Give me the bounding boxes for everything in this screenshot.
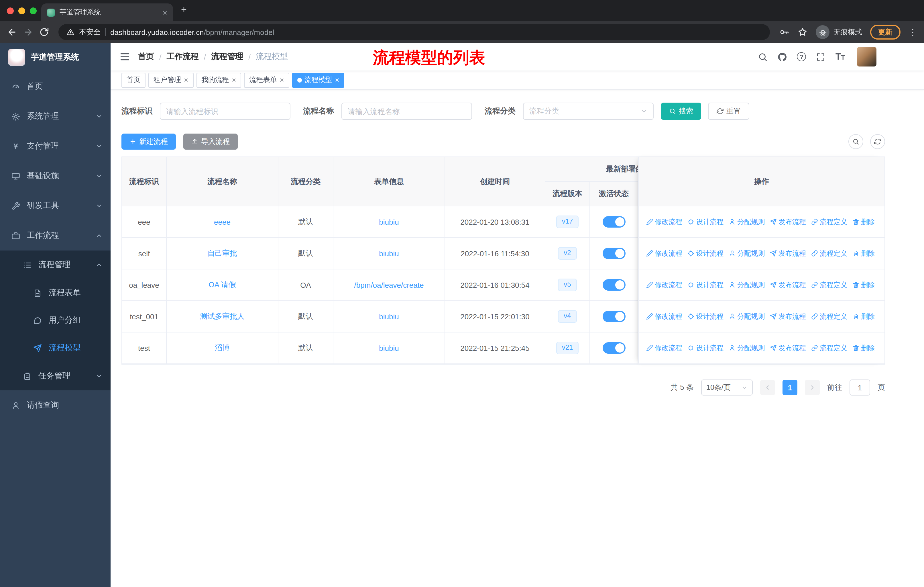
action-link-link[interactable]: 流程定义 [811,280,847,290]
action-trash-link[interactable]: 删除 [852,248,875,258]
action-user-link[interactable]: 分配规则 [729,248,765,258]
page-number-button[interactable]: 1 [782,380,797,395]
page-size-select[interactable]: 10条/页 [701,379,753,395]
sidebar-item-user-group[interactable]: 用户分组 [0,307,111,334]
action-user-link[interactable]: 分配规则 [729,343,765,353]
breadcrumb-process-mgmt[interactable]: 流程管理 [211,51,243,62]
font-size-icon[interactable]: TT [835,52,845,61]
category-select[interactable]: 流程分类 [523,103,653,120]
action-edit-link[interactable]: 修改流程 [646,217,682,227]
window-zoom-button[interactable] [30,7,37,14]
bookmark-star-icon[interactable] [797,27,808,37]
action-user-link[interactable]: 分配规则 [729,312,765,321]
action-design-link[interactable]: 设计流程 [687,312,723,321]
tab-close-icon[interactable]: × [163,8,167,17]
process-name-link[interactable]: eeee [214,218,231,226]
sidebar-item-process-form[interactable]: 流程表单 [0,279,111,307]
tag-close-icon[interactable]: × [335,76,340,84]
reload-icon[interactable] [39,27,49,37]
action-design-link[interactable]: 设计流程 [687,248,723,258]
hamburger-icon[interactable] [120,51,130,62]
process-name-link[interactable]: 滔博 [215,343,230,353]
active-toggle[interactable] [602,311,625,322]
action-design-link[interactable]: 设计流程 [687,343,723,353]
action-edit-link[interactable]: 修改流程 [646,343,682,353]
sidebar-item-devtools[interactable]: 研发工具 [0,191,111,221]
hide-search-button[interactable] [848,134,863,149]
action-trash-link[interactable]: 删除 [852,217,875,227]
window-minimize-button[interactable] [18,7,25,14]
sidebar-item-task-mgmt[interactable]: 任务管理 [0,362,111,390]
action-trash-link[interactable]: 删除 [852,343,875,353]
action-link-link[interactable]: 流程定义 [811,248,847,258]
refresh-table-button[interactable] [870,134,885,149]
tag-my-process[interactable]: 我的流程× [196,73,241,88]
search-icon[interactable] [758,52,768,62]
form-info-link[interactable]: biubiu [379,312,399,321]
sidebar-item-process-mgmt[interactable]: 流程管理 [0,251,111,279]
browser-update-button[interactable]: 更新 [870,25,901,40]
form-info-link[interactable]: biubiu [379,218,399,226]
process-name-link[interactable]: OA 请假 [208,280,236,290]
reset-button[interactable]: 重置 [708,103,749,120]
action-send-link[interactable]: 发布流程 [770,312,806,321]
active-toggle[interactable] [602,248,625,259]
action-link-link[interactable]: 流程定义 [811,312,847,321]
tag-close-icon[interactable]: × [184,76,188,84]
browser-menu-icon[interactable]: ⋮ [909,27,917,37]
action-edit-link[interactable]: 修改流程 [646,248,682,258]
active-toggle[interactable] [602,342,625,354]
action-user-link[interactable]: 分配规则 [729,217,765,227]
tag-tenant-mgmt[interactable]: 租户管理× [148,73,193,88]
action-send-link[interactable]: 发布流程 [770,280,806,290]
sidebar-item-workflow[interactable]: 工作流程 [0,221,111,251]
import-process-button[interactable]: 导入流程 [183,134,238,150]
tag-process-form[interactable]: 流程表单× [244,73,289,88]
action-link-link[interactable]: 流程定义 [811,217,847,227]
action-trash-link[interactable]: 删除 [852,280,875,290]
tag-process-model[interactable]: 流程模型× [292,73,345,88]
action-edit-link[interactable]: 修改流程 [646,280,682,290]
next-page-button[interactable] [805,380,820,395]
app-logo[interactable]: 芋道管理系统 [0,43,111,72]
incognito-indicator[interactable]: 无痕模式 [816,25,862,39]
action-send-link[interactable]: 发布流程 [770,343,806,353]
action-design-link[interactable]: 设计流程 [687,217,723,227]
sidebar-item-system[interactable]: 系统管理 [0,101,111,131]
tag-close-icon[interactable]: × [280,76,284,84]
action-send-link[interactable]: 发布流程 [770,248,806,258]
breadcrumb-workflow[interactable]: 工作流程 [167,51,199,62]
github-icon[interactable] [778,52,787,62]
breadcrumb-home[interactable]: 首页 [138,51,154,62]
form-info-link[interactable]: /bpm/oa/leave/create [354,281,424,289]
action-link-link[interactable]: 流程定义 [811,343,847,353]
process-name-input[interactable] [342,103,472,120]
form-info-link[interactable]: biubiu [379,344,399,352]
action-user-link[interactable]: 分配规则 [729,280,765,290]
password-key-icon[interactable] [779,27,789,37]
search-button[interactable]: 搜索 [661,103,701,120]
tag-close-icon[interactable]: × [232,76,236,84]
sidebar-item-infra[interactable]: 基础设施 [0,161,111,191]
new-tab-button[interactable]: + [181,4,187,15]
process-key-input[interactable] [160,103,290,120]
tag-home[interactable]: 首页 [121,73,145,88]
create-process-button[interactable]: 新建流程 [121,134,176,150]
prev-page-button[interactable] [760,380,775,395]
back-icon[interactable] [7,27,17,37]
sidebar-item-payment[interactable]: ¥ 支付管理 [0,131,111,161]
active-toggle[interactable] [602,279,625,291]
goto-page-input[interactable] [850,379,870,395]
forward-icon[interactable] [23,27,33,37]
process-name-link[interactable]: 自己审批 [207,248,237,258]
window-close-button[interactable] [7,7,14,14]
sidebar-item-home[interactable]: 首页 [0,72,111,101]
process-name-link[interactable]: 测试多审批人 [200,311,244,322]
form-info-link[interactable]: biubiu [379,249,399,258]
action-trash-link[interactable]: 删除 [852,312,875,321]
sidebar-item-process-model[interactable]: 流程模型 [0,334,111,362]
active-toggle[interactable] [602,216,625,228]
url-bar[interactable]: 不安全 dashboard.yudao.iocoder.cn/bpm/manag… [58,24,770,40]
help-icon[interactable]: ? [797,52,806,61]
action-edit-link[interactable]: 修改流程 [646,312,682,321]
